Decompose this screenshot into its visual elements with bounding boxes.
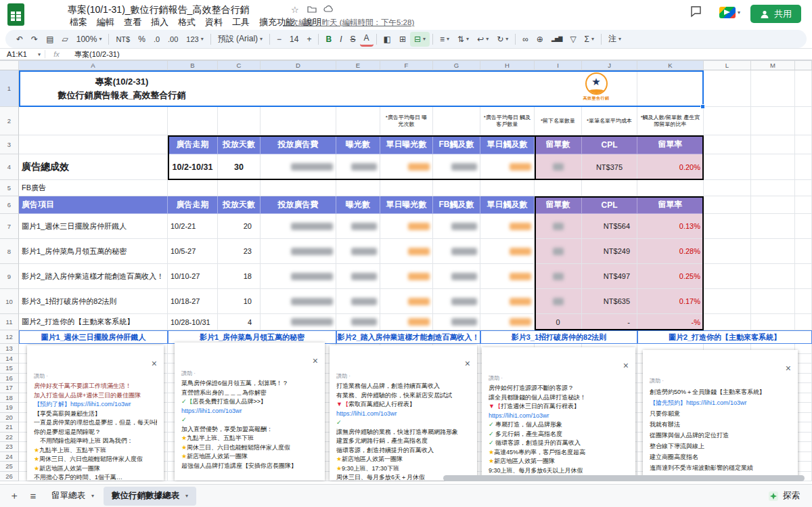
move-folder-icon[interactable] — [307, 5, 317, 15]
cell-ad-reach[interactable] — [433, 264, 480, 289]
meet-icon[interactable]: ▾ — [719, 7, 740, 18]
column-header-L[interactable]: L — [704, 60, 751, 70]
cell-ad-spend[interactable] — [261, 214, 336, 239]
cell[interactable] — [704, 264, 751, 289]
tab-leads-summary[interactable]: 留單總表▾ — [43, 487, 102, 506]
vertical-align-button[interactable]: ⇅▾ — [453, 32, 473, 47]
decrease-decimal-button[interactable]: .0 — [150, 32, 164, 47]
close-icon[interactable]: × — [465, 359, 470, 368]
row-header-9[interactable]: 9 — [0, 264, 19, 289]
font-size-input[interactable]: 14 — [286, 32, 302, 47]
cell[interactable] — [751, 239, 795, 264]
cloud-status-icon[interactable] — [323, 5, 334, 15]
borders-button[interactable]: ⊞ — [395, 32, 410, 47]
close-icon[interactable]: × — [786, 363, 791, 373]
cell-ad-spend[interactable] — [261, 314, 336, 330]
cell-summary-days[interactable]: 30 — [218, 154, 261, 180]
menu-data[interactable]: 資料 — [200, 16, 227, 28]
row-header-2[interactable]: 2 — [0, 107, 19, 135]
cell-ad-spend[interactable] — [261, 239, 336, 264]
cell-header-reach-day[interactable]: 單日觸及數 — [480, 196, 535, 214]
row-header-18[interactable]: 18 — [0, 393, 19, 403]
cell-preview-label-4[interactable]: 影片3_1招打破房仲的82法則 — [480, 330, 637, 344]
cell-ad-leads[interactable]: 0 — [535, 314, 582, 330]
row-header-20[interactable]: 20 — [0, 413, 19, 423]
cell-ad-reach-day[interactable] — [480, 239, 535, 264]
italic-button[interactable]: I — [336, 32, 346, 47]
insert-comment-button[interactable]: ⊕ — [533, 32, 547, 47]
cell-summary-reach-day[interactable] — [480, 154, 535, 180]
cell[interactable] — [19, 135, 168, 154]
cell-ad-rate[interactable]: 0.13% — [637, 214, 704, 239]
number-format-button[interactable]: 123▾ — [182, 32, 207, 47]
cell-ad-days[interactable]: 18 — [218, 264, 261, 289]
row-header-6[interactable]: 6 — [0, 196, 19, 214]
cell-ad-reach-day[interactable] — [480, 214, 535, 239]
share-button[interactable]: 共用 — [750, 5, 801, 23]
cell-ad-name[interactable]: 影片2_踏入房仲業這樣才能創造百萬收入！ — [19, 264, 168, 289]
cell-ad-impr-day[interactable] — [380, 314, 433, 330]
last-edit-link[interactable]: 上次編輯：昨天 (編輯時間：下午5:28) — [283, 18, 414, 28]
menu-insert[interactable]: 插入 — [146, 16, 173, 28]
cell-ad-days[interactable]: 23 — [218, 239, 261, 264]
row-header-16[interactable]: 16 — [0, 374, 19, 384]
cell[interactable] — [704, 196, 751, 214]
row-header-19[interactable]: 19 — [0, 403, 19, 413]
cell-note-leads[interactable]: *留下名單數量 — [535, 107, 582, 135]
formula-input[interactable]: 專案(10/2-31) — [68, 49, 120, 60]
cell-summary-impr-day[interactable] — [380, 154, 433, 180]
cell[interactable] — [795, 154, 812, 180]
text-rotation-button[interactable]: ↻▾ — [493, 32, 512, 47]
column-header-D[interactable]: D — [261, 60, 336, 70]
cell[interactable] — [795, 314, 812, 330]
cell[interactable] — [261, 107, 336, 135]
cell-ad-impr[interactable] — [336, 314, 380, 330]
cell-header-leads[interactable]: 留單數 — [535, 196, 582, 214]
cell-header-cpl[interactable]: CPL — [582, 196, 637, 214]
cell[interactable] — [380, 180, 433, 196]
strikethrough-button[interactable]: S — [346, 32, 360, 47]
cell-header-spend[interactable]: 投放廣告費 — [261, 196, 336, 214]
row-header-1[interactable]: 1 — [0, 70, 19, 107]
cell-header-days[interactable]: 投放天數 — [218, 135, 261, 154]
cell-ad-spend[interactable] — [261, 289, 336, 314]
input-method-button[interactable]: 注▾ — [604, 32, 625, 47]
cell-ad-name[interactable]: 圖片1_週休三日擺脫房仲肝鐵人 — [19, 214, 168, 239]
cell-ad-cpl[interactable]: - — [582, 314, 637, 330]
cell[interactable] — [704, 107, 751, 135]
row-header-26[interactable]: 26 — [0, 472, 19, 482]
cell-summary-reach[interactable] — [433, 154, 480, 180]
cell-header-impr[interactable]: 曝光數 — [336, 196, 380, 214]
undo-icon[interactable]: ↶ — [12, 32, 27, 47]
cell-ad-period[interactable]: 10/10-27 — [168, 264, 218, 289]
cell-header-impr[interactable]: 曝光數 — [336, 135, 380, 154]
cell-ad-spend[interactable] — [261, 264, 336, 289]
row-header-3[interactable]: 3 — [0, 135, 19, 154]
cell-summary-period[interactable]: 10/2-10/31 — [168, 154, 218, 180]
cell-ad-cpl[interactable]: NT$564 — [582, 214, 637, 239]
sheets-logo-icon[interactable] — [7, 3, 24, 26]
cell-fb-section[interactable]: FB廣告 — [19, 180, 168, 196]
cell[interactable] — [704, 214, 751, 239]
cell-note-impressions[interactable]: *廣告平均每日 曝光次數 — [380, 107, 433, 135]
increase-decimal-button[interactable]: .00 — [164, 32, 182, 47]
cell[interactable] — [168, 107, 218, 135]
insert-chart-button[interactable]: ▂▅▇ — [547, 32, 566, 47]
row-header-25[interactable]: 25 — [0, 462, 19, 472]
cell-preview-label-3[interactable]: 影片2_踏入房仲業這樣才能創造百萬收入！ — [336, 330, 480, 344]
add-sheet-button[interactable]: ＋ — [5, 487, 23, 505]
column-header-B[interactable]: B — [168, 60, 218, 70]
column-header-F[interactable]: F — [380, 60, 433, 70]
cell[interactable] — [795, 264, 812, 289]
cell[interactable] — [704, 239, 751, 264]
cell-ad-cpl[interactable]: NT$497 — [582, 264, 637, 289]
cell[interactable] — [795, 289, 812, 314]
cell[interactable] — [751, 70, 795, 107]
cell[interactable] — [751, 135, 795, 154]
insert-link-button[interactable]: ∞ — [518, 32, 533, 47]
menu-tools[interactable]: 工具 — [227, 16, 254, 28]
fill-color-button[interactable]: ◧ — [380, 32, 395, 47]
cell[interactable] — [336, 107, 380, 135]
row-header-23[interactable]: 23 — [0, 442, 19, 452]
cell[interactable] — [168, 180, 218, 196]
